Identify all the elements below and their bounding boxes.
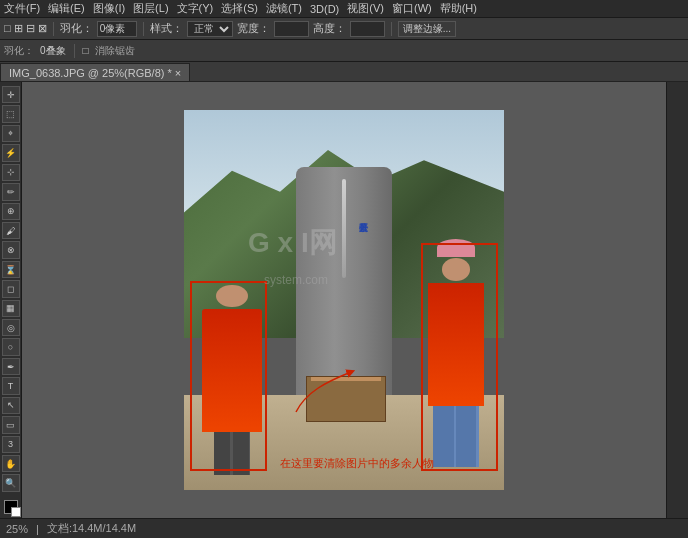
menu-3d[interactable]: 3D(D) — [310, 3, 339, 15]
tool-crop[interactable]: ⊹ — [2, 164, 20, 181]
height-input[interactable] — [350, 21, 385, 37]
tool-shape[interactable]: ▭ — [2, 416, 20, 433]
toolbar-sep-1 — [53, 22, 54, 36]
toolbar-icon-group: □ ⊞ ⊟ ⊠ — [4, 22, 47, 35]
tool-text[interactable]: T — [2, 377, 20, 394]
status-divider: | — [36, 523, 39, 535]
menu-file[interactable]: 文件(F) — [4, 1, 40, 16]
tool-magic-wand[interactable]: ⚡ — [2, 144, 20, 161]
feather-label2: 羽化： — [4, 44, 34, 58]
background-color[interactable] — [11, 507, 21, 517]
tool-heal[interactable]: ⊕ — [2, 203, 20, 220]
width-label: 宽度： — [237, 21, 270, 36]
statusbar: 25% | 文档:14.4M/14.4M — [0, 518, 688, 538]
menu-layer[interactable]: 图层(L) — [133, 1, 168, 16]
tab-bar: IMG_0638.JPG @ 25%(RGB/8) * × — [0, 62, 688, 82]
tool-eraser[interactable]: ◻ — [2, 280, 20, 297]
width-input[interactable] — [274, 21, 309, 37]
tool-pen[interactable]: ✒ — [2, 358, 20, 375]
menubar: 文件(F) 编辑(E) 图像(I) 图层(L) 文字(Y) 选择(S) 滤镜(T… — [0, 0, 688, 18]
menu-help[interactable]: 帮助(H) — [440, 1, 477, 16]
color-boxes — [4, 500, 18, 514]
tool-eyedropper[interactable]: ✏ — [2, 183, 20, 200]
main-toolbar: □ ⊞ ⊟ ⊠ 羽化： 样式： 正常 宽度： 高度： 调整边缘... — [0, 18, 688, 40]
tool-dodge[interactable]: ○ — [2, 338, 20, 355]
main-area: ✛ ⬚ ⌖ ⚡ ⊹ ✏ ⊕ 🖌 ⊗ ⌛ ◻ ▦ ◎ ○ ✒ T ↖ ▭ 3 ✋ … — [0, 82, 688, 518]
tool-clone[interactable]: ⊗ — [2, 241, 20, 258]
tool-hand[interactable]: ✋ — [2, 455, 20, 472]
annotation-arrow-svg — [286, 362, 366, 422]
document-tab[interactable]: IMG_0638.JPG @ 25%(RGB/8) * × — [0, 63, 190, 81]
red-box-right — [421, 243, 498, 471]
style-label: 样式： — [150, 21, 183, 36]
menu-window[interactable]: 窗口(W) — [392, 1, 432, 16]
right-panel — [666, 82, 688, 518]
checkbox-label: □ — [83, 45, 89, 56]
menu-edit[interactable]: 编辑(E) — [48, 1, 85, 16]
height-label: 高度： — [313, 21, 346, 36]
feather-label: 羽化： — [60, 21, 93, 36]
red-box-left — [190, 281, 267, 471]
tab-filename: IMG_0638.JPG @ 25%(RGB/8) * × — [9, 67, 181, 79]
style-select[interactable]: 正常 — [187, 21, 233, 37]
tool-gradient[interactable]: ▦ — [2, 300, 20, 317]
tool-zoom[interactable]: 🔍 — [2, 474, 20, 491]
tool-lasso[interactable]: ⌖ — [2, 125, 20, 142]
menu-text[interactable]: 文字(Y) — [177, 1, 214, 16]
zoom-level: 25% — [6, 523, 28, 535]
消除锯齿-label: 消除锯齿 — [95, 44, 135, 58]
feather-value: 0叠象 — [40, 44, 66, 58]
foreground-color[interactable] — [4, 500, 18, 514]
tool-move[interactable]: ✛ — [2, 86, 20, 103]
tool-3d[interactable]: 3 — [2, 436, 20, 453]
menu-filter[interactable]: 滤镜(T) — [266, 1, 302, 16]
feather-input[interactable] — [97, 21, 137, 37]
tool-select-rect[interactable]: ⬚ — [2, 105, 20, 122]
photo-canvas: 景区公 — [184, 110, 504, 490]
tool-blur[interactable]: ◎ — [2, 319, 20, 336]
doc-size: 文档:14.4M/14.4M — [47, 521, 136, 536]
tool-path-select[interactable]: ↖ — [2, 397, 20, 414]
toolbar-sep-2 — [143, 22, 144, 36]
toolbar-sep-3 — [391, 22, 392, 36]
canvas-area[interactable]: 景区公 — [22, 82, 666, 518]
stone-crack — [342, 179, 346, 278]
annotation-text: 在这里要清除图片中的多余人物 — [280, 456, 434, 471]
menu-select[interactable]: 选择(S) — [221, 1, 258, 16]
tool-brush[interactable]: 🖌 — [2, 222, 20, 239]
toolbar2-sep — [74, 44, 75, 58]
toolbox: ✛ ⬚ ⌖ ⚡ ⊹ ✏ ⊕ 🖌 ⊗ ⌛ ◻ ▦ ◎ ○ ✒ T ↖ ▭ 3 ✋ … — [0, 82, 22, 518]
menu-view[interactable]: 视图(V) — [347, 1, 384, 16]
options-toolbar: 羽化： 0叠象 □ 消除锯齿 — [0, 40, 688, 62]
menu-image[interactable]: 图像(I) — [93, 1, 125, 16]
tool-history[interactable]: ⌛ — [2, 261, 20, 278]
adjust-edge-button[interactable]: 调整边缘... — [398, 21, 456, 37]
